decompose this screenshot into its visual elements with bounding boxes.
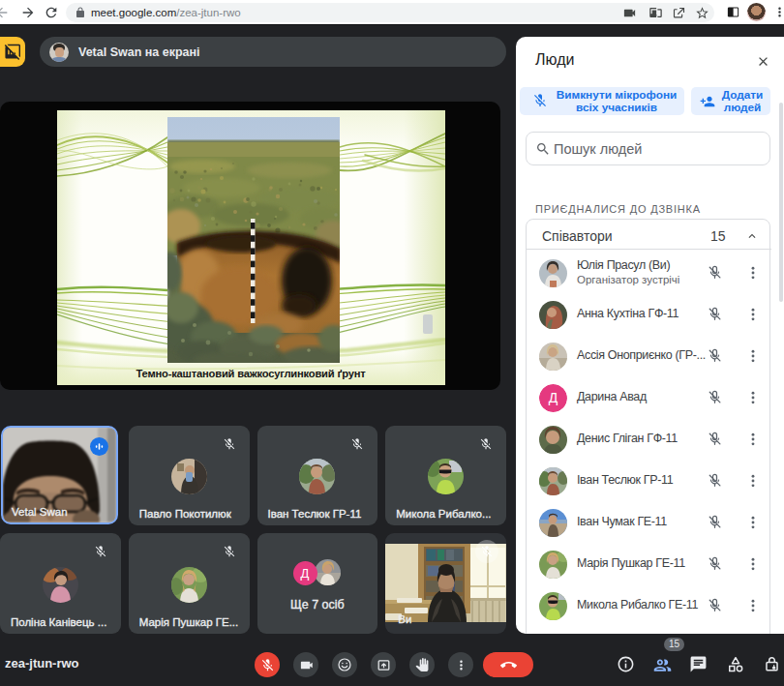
svg-text:Темно-каштановий важкосуглинко: Темно-каштановий важкосуглинковий ґрунт xyxy=(136,368,366,379)
